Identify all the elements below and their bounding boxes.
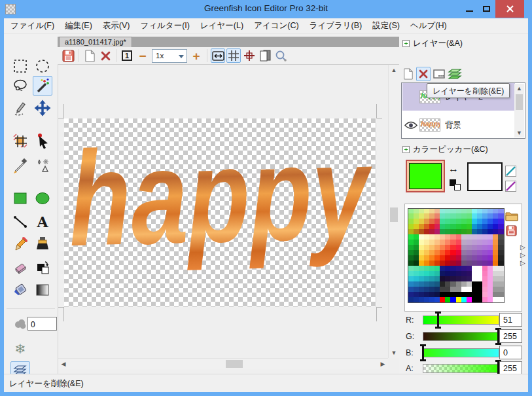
expand-arrow-icon[interactable]: ▷: [520, 243, 525, 251]
blue-value[interactable]: 0: [499, 346, 522, 359]
menu-layer[interactable]: レイヤー(L): [195, 18, 249, 33]
canvas-viewport[interactable]: happy ▲ ▼ ◀ ▶: [58, 64, 399, 374]
blue-slider-cursor[interactable]: [422, 346, 424, 360]
ellipse-tool[interactable]: [33, 189, 52, 208]
horizontal-scrollbar[interactable]: ◀ ▶: [58, 358, 388, 369]
zoom-level-select[interactable]: 1x: [152, 49, 187, 63]
select-ellipse-tool[interactable]: [33, 56, 52, 76]
alpha-slider[interactable]: [423, 364, 499, 373]
snowflake-icon: ❄: [15, 342, 26, 355]
expand-arrow-icon[interactable]: ▷: [520, 251, 525, 259]
blur-cloud-icon: [12, 316, 28, 332]
blue-slider[interactable]: [423, 348, 499, 357]
transform-tool[interactable]: [33, 258, 52, 278]
default-colors-icon[interactable]: [450, 179, 461, 190]
test-icon-button[interactable]: [274, 48, 288, 63]
fit-window-button[interactable]: [211, 48, 225, 63]
zoom-in-button[interactable]: +: [189, 48, 204, 63]
retouch-tool[interactable]: [33, 156, 52, 175]
menu-library[interactable]: ライブラリ(B): [304, 18, 368, 33]
merge-layers-button[interactable]: [448, 67, 462, 81]
green-slider[interactable]: [423, 332, 499, 341]
text-tool[interactable]: A: [33, 212, 52, 232]
magic-wand-tool[interactable]: [33, 76, 52, 96]
layer-list-scrollbar[interactable]: ▲ ▼: [514, 84, 524, 137]
menu-file[interactable]: ファイル(F): [5, 18, 60, 33]
maximize-button[interactable]: [478, 0, 495, 18]
zoom-level-value: 1x: [156, 52, 164, 60]
eyedropper-tool[interactable]: [10, 156, 30, 175]
foreground-swatch[interactable]: [406, 160, 445, 192]
lasso-tool[interactable]: [10, 76, 30, 96]
color-picker-title: カラーピッカー(&C): [413, 144, 488, 155]
freehand-select-icon: [12, 100, 28, 116]
scroll-up-icon[interactable]: ▲: [389, 65, 399, 75]
hotspot-tool[interactable]: [33, 131, 52, 151]
blur-value-input[interactable]: [27, 317, 57, 331]
color-palette[interactable]: [408, 208, 505, 303]
collapse-colorpicker-icon[interactable]: [402, 146, 410, 153]
layer-scroll-thumb[interactable]: [516, 94, 523, 110]
menu-settings[interactable]: 設定(S): [367, 18, 405, 33]
canvas-image[interactable]: happy: [64, 118, 376, 307]
pencil-tool[interactable]: [10, 234, 30, 254]
eraser-tool[interactable]: [10, 258, 30, 278]
vertical-scrollbar[interactable]: ▲ ▼: [388, 65, 399, 358]
menu-icon[interactable]: アイコン(C): [249, 18, 304, 33]
antialias-tool[interactable]: ❄: [10, 339, 30, 359]
alpha-value[interactable]: 255: [499, 361, 522, 375]
red-slider-cursor[interactable]: [437, 313, 439, 327]
menu-view[interactable]: 表示(V): [98, 18, 135, 33]
open-palette-button[interactable]: [505, 209, 518, 223]
delete-page-button[interactable]: [98, 48, 113, 63]
scroll-right-icon[interactable]: ▶: [378, 359, 388, 369]
menu-filter[interactable]: フィルター(I): [135, 18, 194, 33]
pages-button[interactable]: [258, 48, 272, 63]
vertical-scroll-thumb[interactable]: [390, 207, 398, 222]
center-lines-button[interactable]: [242, 48, 257, 63]
fill-tool[interactable]: [10, 280, 30, 300]
expand-arrow-icon[interactable]: ▷: [520, 259, 525, 266]
delete-layer-icon: [418, 69, 429, 79]
pattern-fg-button[interactable]: [505, 166, 516, 177]
swap-colors-icon[interactable]: ↔: [448, 163, 459, 175]
save-palette-button[interactable]: [505, 224, 518, 238]
delete-layer-button[interactable]: [416, 67, 431, 81]
grid-toggle-button[interactable]: [226, 48, 241, 63]
close-button[interactable]: [495, 0, 524, 18]
red-slider[interactable]: [423, 315, 499, 325]
gradient-tool[interactable]: [33, 280, 52, 300]
line-tool[interactable]: [10, 212, 30, 232]
freehand-select-tool[interactable]: [10, 98, 30, 118]
move-tool[interactable]: [33, 98, 52, 118]
menu-edit[interactable]: 編集(E): [60, 18, 98, 33]
red-value[interactable]: 51: [499, 313, 522, 327]
minimize-button[interactable]: [461, 0, 478, 18]
crop-tool[interactable]: [10, 131, 30, 151]
app-window: Greenfish Icon Editor Pro 32-bit ファイル(F)…: [0, 0, 532, 396]
layer-visibility-cell[interactable]: [402, 121, 419, 130]
canvas-corner-mark: [58, 307, 64, 321]
layer-row[interactable]: happy 背景: [402, 111, 515, 139]
scroll-up-icon[interactable]: ▲: [514, 84, 524, 93]
title-bar: Greenfish Icon Editor Pro 32-bit: [0, 0, 532, 18]
brush-tool[interactable]: [33, 234, 52, 254]
horizontal-scroll-thumb[interactable]: [226, 360, 243, 368]
pattern-bg-button[interactable]: [505, 181, 516, 192]
select-rect-tool[interactable]: [10, 56, 30, 76]
rectangle-tool[interactable]: [10, 189, 30, 208]
save-button[interactable]: [61, 48, 75, 63]
layer-properties-button[interactable]: [432, 67, 446, 81]
menu-help[interactable]: ヘルプ(H): [405, 18, 452, 33]
new-page-button[interactable]: [82, 48, 97, 63]
scroll-down-icon[interactable]: ▼: [514, 128, 524, 137]
document-tab[interactable]: a1180_011417.jpg*: [59, 37, 132, 47]
background-swatch[interactable]: [467, 162, 503, 191]
zoom-out-button[interactable]: −: [135, 48, 150, 63]
scroll-down-icon[interactable]: ▼: [389, 348, 399, 358]
scroll-left-icon[interactable]: ◀: [58, 359, 69, 369]
green-value[interactable]: 255: [499, 329, 522, 343]
actual-size-button[interactable]: 1: [120, 48, 134, 63]
new-layer-button[interactable]: [401, 67, 416, 81]
collapse-layers-icon[interactable]: [402, 40, 410, 47]
